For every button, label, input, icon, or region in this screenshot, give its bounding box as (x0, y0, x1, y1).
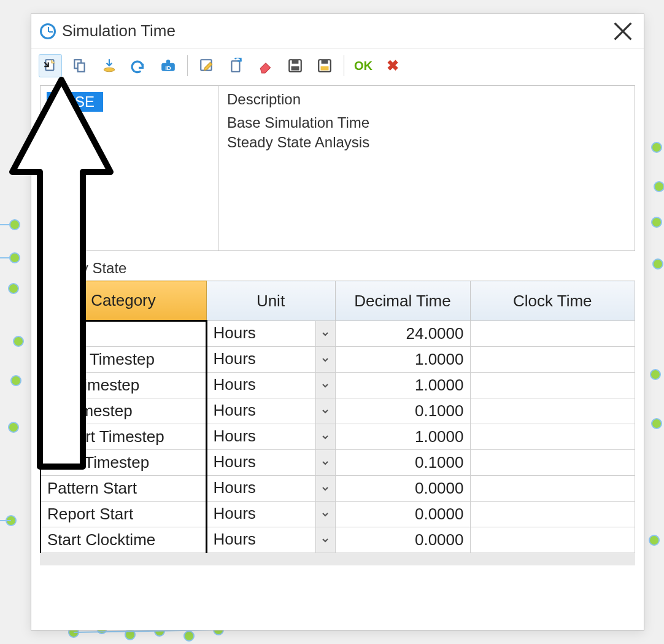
svg-point-11 (654, 182, 664, 192)
cell-decimal-time[interactable]: 24.0000 (335, 321, 470, 347)
subsection-heading: StSteady Stateeady State (31, 251, 644, 281)
redo-page-button[interactable] (225, 54, 248, 77)
new-button[interactable] (39, 54, 62, 77)
svg-point-14 (650, 370, 660, 379)
unit-dropdown-button[interactable] (315, 321, 335, 346)
titlebar: Simulation Time (31, 14, 644, 48)
cell-unit[interactable]: Hours (206, 476, 335, 502)
cancel-button[interactable]: ✖ (381, 54, 404, 77)
svg-rect-35 (291, 66, 299, 71)
col-header-clock[interactable]: Clock Time (470, 281, 635, 321)
svg-point-4 (9, 284, 18, 293)
cell-unit[interactable]: Hours (206, 527, 335, 553)
unit-value: Hours (207, 502, 315, 527)
cell-category[interactable]: ation (41, 321, 206, 347)
cell-clock-time[interactable] (470, 502, 635, 527)
scenario-description: Description Base Simulation Time Steady … (218, 86, 635, 250)
cell-clock-time[interactable] (470, 373, 635, 398)
cell-clock-time[interactable] (470, 476, 635, 502)
separator (187, 55, 188, 76)
table-row: ern TimestepHours1.0000 (41, 373, 635, 398)
save-as-button[interactable] (313, 54, 336, 77)
cell-category[interactable]: Report Timestep (41, 424, 206, 450)
svg-point-30 (166, 60, 171, 64)
id-badge-button[interactable]: ID (156, 54, 180, 77)
unit-dropdown-button[interactable] (315, 347, 335, 372)
cell-decimal-time[interactable]: 0.0000 (335, 476, 470, 502)
col-header-category[interactable]: Category (41, 281, 206, 321)
svg-point-10 (652, 142, 662, 152)
svg-point-19 (125, 630, 135, 640)
svg-point-16 (649, 535, 659, 545)
table-row: ationHours24.0000 (41, 321, 635, 347)
col-header-unit[interactable]: Unit (206, 281, 335, 321)
cell-decimal-time[interactable]: 1.0000 (335, 373, 470, 398)
cell-unit[interactable]: Hours (206, 424, 335, 450)
description-row: Steady State Anlaysis (227, 134, 626, 151)
unit-dropdown-button[interactable] (315, 398, 335, 424)
unit-value: Hours (207, 347, 315, 372)
import-button[interactable] (98, 54, 121, 77)
table-row: raulic TimestepHours1.0000 (41, 347, 635, 373)
cell-category[interactable]: Start Clocktime (41, 527, 206, 553)
unit-dropdown-button[interactable] (315, 527, 335, 553)
unit-dropdown-button[interactable] (315, 373, 335, 398)
unit-dropdown-button[interactable] (315, 424, 335, 449)
svg-point-7 (9, 422, 18, 432)
time-grid: Category Unit Decimal Time Clock Time at… (40, 281, 635, 565)
cell-clock-time[interactable] (470, 398, 635, 424)
cell-category[interactable]: Report Start (41, 502, 206, 527)
erase-button[interactable] (254, 54, 277, 77)
close-button[interactable] (611, 19, 635, 44)
col-header-decimal[interactable]: Decimal Time (335, 281, 470, 321)
unit-value: Hours (207, 398, 315, 424)
cell-category[interactable]: ern Timestep (41, 373, 206, 398)
cell-category[interactable]: Rule Timestep (41, 450, 206, 476)
svg-point-21 (184, 631, 194, 641)
unit-dropdown-button[interactable] (315, 476, 335, 501)
scenario-list-panel: BASE Description Base Simulation Time St… (40, 85, 635, 251)
scenario-item-base[interactable]: BASE (47, 92, 103, 112)
cell-unit[interactable]: Hours (206, 373, 335, 398)
cell-decimal-time[interactable]: 0.0000 (335, 527, 470, 553)
table-row: Pattern StartHours0.0000 (41, 476, 635, 502)
cell-unit[interactable]: Hours (206, 502, 335, 527)
edit-button[interactable] (195, 54, 218, 77)
svg-point-6 (11, 376, 21, 386)
unit-dropdown-button[interactable] (315, 502, 335, 527)
unit-value: Hours (207, 373, 315, 398)
unit-value: Hours (207, 527, 315, 553)
cell-unit[interactable]: Hours (206, 321, 335, 347)
svg-point-1 (10, 220, 20, 230)
scenario-list[interactable]: BASE (41, 86, 218, 250)
cell-clock-time[interactable] (470, 450, 635, 476)
table-row: Report TimestepHours1.0000 (41, 424, 635, 450)
cell-category[interactable]: raulic Timestep (41, 347, 206, 373)
save-button[interactable] (284, 54, 307, 77)
cell-unit[interactable]: Hours (206, 398, 335, 424)
cell-decimal-time[interactable]: 0.1000 (335, 398, 470, 424)
cell-clock-time[interactable] (470, 321, 635, 347)
svg-rect-34 (292, 60, 299, 64)
unit-value: Hours (207, 450, 315, 475)
unit-dropdown-button[interactable] (315, 450, 335, 475)
copy-button[interactable] (68, 54, 91, 77)
cell-unit[interactable]: Hours (206, 450, 335, 476)
cell-clock-time[interactable] (470, 347, 635, 373)
unit-value: Hours (207, 476, 315, 501)
cell-decimal-time[interactable]: 0.1000 (335, 450, 470, 476)
table-row: ity TimestepHours0.1000 (41, 398, 635, 424)
ok-button[interactable]: OK (352, 54, 375, 77)
cell-unit[interactable]: Hours (206, 347, 335, 373)
svg-point-13 (653, 259, 663, 269)
cell-clock-time[interactable] (470, 424, 635, 450)
undo-button[interactable] (127, 54, 150, 77)
cell-decimal-time[interactable]: 1.0000 (335, 424, 470, 450)
cell-category[interactable]: ity Timestep (41, 398, 206, 424)
cell-category[interactable]: Pattern Start (41, 476, 206, 502)
cell-decimal-time[interactable]: 0.0000 (335, 502, 470, 527)
simulation-time-dialog: Simulation Time ID (31, 14, 644, 630)
cell-clock-time[interactable] (470, 527, 635, 553)
cell-decimal-time[interactable]: 1.0000 (335, 347, 470, 373)
svg-rect-32 (231, 61, 239, 71)
